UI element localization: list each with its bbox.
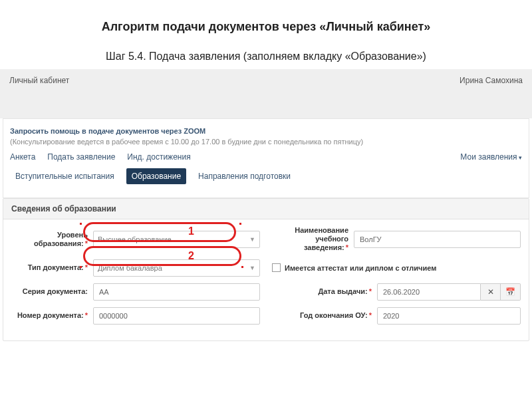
chevron-down-icon: ▼ <box>249 236 255 243</box>
calendar-button[interactable]: 📅 <box>501 283 521 301</box>
zoom-help-link[interactable]: Запросить помощь в подаче документов чер… <box>10 127 522 135</box>
label-honors: Имеется аттестат или диплом с отличием <box>285 264 436 272</box>
top-bar: Личный кабинет Ирина Самохина <box>0 69 532 92</box>
label-school: Наименование учебного заведения:* <box>272 226 348 253</box>
tab-achievements[interactable]: Инд. достижения <box>127 152 190 162</box>
tab-anketa[interactable]: Анкета <box>10 152 35 162</box>
select-education-level[interactable]: Высшее образование▼ <box>93 231 260 248</box>
tab-directions[interactable]: Направления подготовки <box>193 168 296 184</box>
tab-education[interactable]: Образование <box>126 168 186 184</box>
education-form: Уровень образования:* Высшее образование… <box>3 219 529 340</box>
main-panel: Запросить помощь в подаче документов чер… <box>3 118 529 198</box>
slide-title: Алгоритм подачи документов через «Личный… <box>0 20 532 34</box>
input-series[interactable] <box>93 283 260 301</box>
label-doctype: Тип документа:* <box>11 263 88 272</box>
spacer <box>0 92 532 118</box>
calendar-icon: 📅 <box>505 287 515 297</box>
clear-date-button[interactable]: ✕ <box>481 283 501 301</box>
label-number: Номер документа:* <box>11 311 88 320</box>
input-grad-year[interactable] <box>377 307 521 325</box>
input-number[interactable] <box>93 307 260 325</box>
tab-apply[interactable]: Подать заявление <box>47 152 115 162</box>
zoom-help-note: (Консультирование ведется в рабочее врем… <box>10 138 522 146</box>
select-document-type[interactable]: Диплом бакалавра▼ <box>93 259 260 277</box>
label-series: Серия документа: <box>11 287 88 296</box>
label-level: Уровень образования:* <box>11 231 88 248</box>
tab-my-applications[interactable]: Мои заявления <box>460 152 522 162</box>
app-name[interactable]: Личный кабинет <box>9 76 69 85</box>
slide-subtitle: Шаг 5.4. Подача заявления (заполняем вкл… <box>0 51 532 63</box>
user-name[interactable]: Ирина Самохина <box>460 76 523 85</box>
education-section: Сведения об образовании Уровень образова… <box>3 198 529 341</box>
input-school-name[interactable] <box>354 231 521 248</box>
tab-exams[interactable]: Вступительные испытания <box>10 168 120 184</box>
secondary-tabs: Вступительные испытания Образование Напр… <box>10 168 522 184</box>
label-grad-year: Год окончания ОУ:* <box>272 311 372 320</box>
input-issue-date[interactable] <box>377 283 481 301</box>
education-section-header: Сведения об образовании <box>3 199 529 219</box>
checkbox-honors[interactable] <box>272 263 281 272</box>
label-issue-date: Дата выдачи:* <box>272 287 372 296</box>
primary-tabs: Анкета Подать заявление Инд. достижения … <box>10 152 522 162</box>
chevron-down-icon: ▼ <box>249 265 255 271</box>
close-icon: ✕ <box>487 287 494 297</box>
